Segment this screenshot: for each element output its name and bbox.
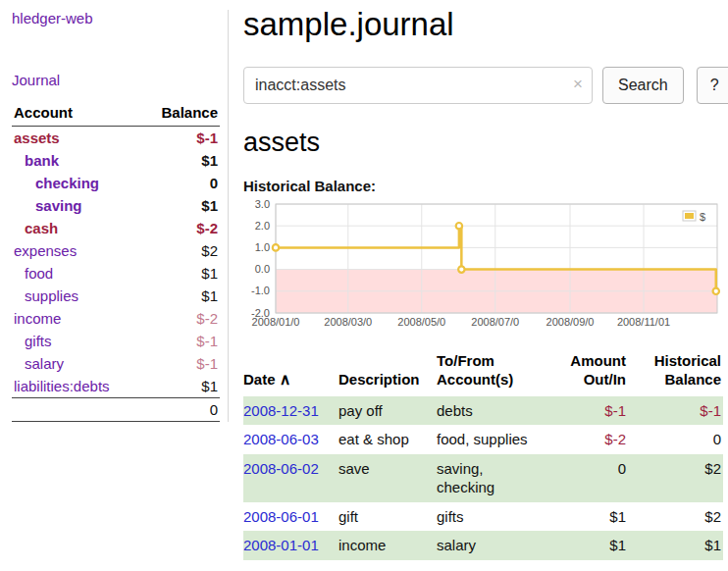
clear-search-icon[interactable]: ×: [573, 75, 583, 94]
transaction-date-cell: 2008-06-01: [243, 502, 338, 532]
account-name-cell: salary: [12, 352, 141, 375]
register-row: 2008-06-02savesaving,checking0$2: [243, 454, 723, 502]
search-button[interactable]: Search: [602, 67, 684, 104]
search-input[interactable]: [243, 67, 593, 104]
transaction-balance: $2: [628, 454, 723, 502]
search-bar: × Search ?: [243, 67, 728, 104]
accounts-total-row: 0: [12, 398, 220, 422]
svg-text:1.0: 1.0: [255, 241, 270, 253]
col-header-balance-line2: Balance: [664, 371, 721, 388]
account-row: supplies$1: [12, 285, 220, 307]
account-link[interactable]: food: [14, 265, 53, 282]
account-link[interactable]: supplies: [14, 287, 78, 304]
transaction-date-link[interactable]: 2008-06-03: [243, 431, 319, 447]
transaction-amount: $-2: [569, 425, 628, 454]
transaction-accounts: food, supplies: [437, 425, 569, 454]
accounts-header-balance: Balance: [141, 101, 220, 127]
svg-text:-1.0: -1.0: [251, 285, 270, 296]
account-link[interactable]: assets: [14, 130, 60, 146]
accounts-table: Account Balance assets$-1bank$1checking0…: [12, 101, 220, 422]
account-balance: $1: [141, 375, 220, 398]
account-name-cell: food: [12, 262, 141, 285]
app-title-link[interactable]: hledger-web: [12, 10, 220, 26]
svg-text:$: $: [700, 211, 705, 223]
chart-wrap: 3.02.01.00.0-1.0-2.02008/01/02008/03/020…: [243, 199, 728, 337]
transaction-date-link[interactable]: 2008-06-01: [243, 508, 319, 525]
transaction-balance: $2: [628, 502, 723, 532]
transaction-accounts: debts: [437, 396, 569, 426]
account-link[interactable]: checking: [14, 175, 99, 191]
account-row: income$-2: [12, 307, 220, 330]
account-link[interactable]: gifts: [14, 333, 52, 349]
transaction-balance: 0: [628, 425, 723, 454]
account-row: expenses$2: [12, 239, 220, 262]
transaction-balance: $1: [628, 531, 723, 560]
account-name-cell: income: [12, 307, 141, 330]
col-header-description: Description: [338, 348, 437, 396]
account-balance: $-1: [141, 127, 220, 150]
account-row: food$1: [12, 262, 220, 285]
account-balance: $-2: [141, 307, 220, 330]
register-table: Date ∧ Description To/From Account(s) Am…: [243, 348, 723, 560]
account-name-cell: expenses: [12, 239, 141, 262]
account-balance: 0: [141, 172, 220, 194]
transaction-description: save: [338, 454, 437, 502]
accounts-total-value: 0: [141, 398, 220, 422]
account-balance: $-1: [141, 352, 220, 375]
transaction-date-link[interactable]: 2008-12-31: [243, 402, 319, 419]
transaction-description: income: [338, 531, 437, 560]
account-row: liabilities:debts$1: [12, 375, 220, 398]
account-link[interactable]: salary: [14, 355, 64, 372]
col-header-accounts: To/From Account(s): [437, 348, 569, 396]
account-link[interactable]: saving: [14, 197, 82, 214]
journal-link[interactable]: Journal: [12, 72, 220, 88]
col-header-date[interactable]: Date ∧: [243, 348, 338, 396]
account-link[interactable]: cash: [14, 220, 58, 236]
transaction-date-link[interactable]: 2008-01-01: [243, 537, 319, 553]
svg-text:2008/05/0: 2008/05/0: [397, 316, 445, 328]
transaction-amount: $1: [569, 531, 628, 560]
account-row: cash$-2: [12, 217, 220, 239]
transaction-balance: $-1: [628, 396, 723, 426]
accounts-total-spacer: [12, 398, 141, 422]
account-link[interactable]: income: [14, 310, 61, 327]
col-header-amount-line2: Out/In: [584, 371, 626, 388]
svg-text:2008/03/0: 2008/03/0: [324, 316, 372, 328]
col-header-accounts-line2: Account(s): [437, 371, 513, 388]
transaction-date-cell: 2008-06-03: [243, 425, 338, 454]
svg-text:2.0: 2.0: [255, 220, 270, 232]
col-header-balance: Historical Balance: [628, 348, 723, 396]
transaction-date-link[interactable]: 2008-06-02: [243, 460, 319, 477]
account-heading: assets: [243, 128, 728, 158]
register-row: 2008-01-01incomesalary$1$1: [243, 531, 723, 560]
account-row: salary$-1: [12, 352, 220, 375]
account-link[interactable]: liabilities:debts: [14, 378, 110, 394]
svg-text:0.0: 0.0: [255, 263, 270, 275]
transaction-accounts: saving,checking: [437, 454, 569, 502]
account-balance: $1: [141, 149, 220, 172]
svg-text:3.0: 3.0: [255, 199, 270, 210]
account-row: assets$-1: [12, 127, 220, 150]
svg-text:2008/09/0: 2008/09/0: [546, 316, 595, 328]
account-link[interactable]: expenses: [14, 242, 77, 259]
chart-title: Historical Balance:: [243, 178, 728, 194]
account-name-cell: cash: [12, 217, 141, 239]
main-content: sample.journal × Search ? assets Histori…: [229, 0, 728, 571]
account-link[interactable]: bank: [14, 152, 59, 169]
accounts-header-account: Account: [12, 101, 141, 127]
account-balance: $-2: [141, 217, 220, 239]
svg-text:2008/01/0: 2008/01/0: [252, 316, 300, 328]
register-row: 2008-12-31pay offdebts$-1$-1: [243, 396, 723, 426]
register-body: 2008-12-31pay offdebts$-1$-12008-06-03ea…: [243, 396, 723, 560]
account-row: bank$1: [12, 149, 220, 172]
sidebar: hledger-web Journal Account Balance asse…: [0, 0, 229, 571]
account-name-cell: checking: [12, 172, 141, 194]
transaction-date-cell: 2008-06-02: [243, 454, 338, 502]
help-button[interactable]: ?: [697, 67, 728, 104]
col-header-amount: Amount Out/In: [569, 348, 628, 396]
balance-chart: 3.02.01.00.0-1.0-2.02008/01/02008/03/020…: [243, 199, 723, 333]
transaction-accounts: gifts: [437, 502, 569, 532]
account-balance: $1: [141, 262, 220, 285]
col-header-balance-line1: Historical: [654, 352, 721, 369]
transaction-description: pay off: [338, 396, 437, 426]
